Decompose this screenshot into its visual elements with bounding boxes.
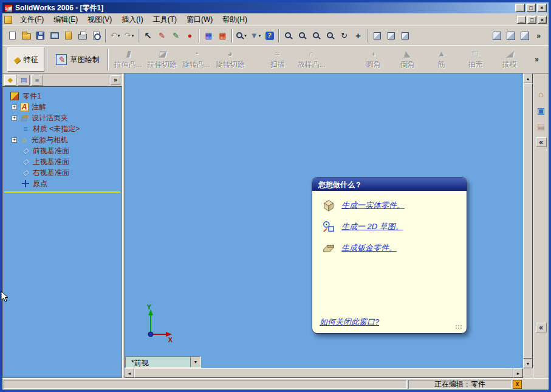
scroll-down-button[interactable]: ▼ — [523, 359, 533, 368]
view-orientation-combo[interactable]: *前视 ▼ — [125, 356, 201, 368]
revolved-cut-button[interactable]: ◕ 旋转切除 — [213, 47, 247, 72]
loft-button[interactable]: ∩ 放样凸... — [295, 47, 329, 72]
view-cube-a-button[interactable] — [490, 29, 504, 43]
edit-sketch-button[interactable]: ✎ — [169, 29, 183, 43]
file-explorer-button[interactable]: ▤ — [535, 121, 547, 133]
dropdown-arrow-icon[interactable]: ▾ — [244, 33, 247, 38]
dialog-resize-grip[interactable] — [455, 325, 462, 329]
make-drawing-button[interactable] — [47, 29, 61, 43]
collapse-pane-button-top[interactable]: « — [536, 137, 547, 147]
horizontal-scrollbar[interactable]: ◄ ► — [125, 368, 523, 378]
tree-root-part[interactable]: 零件1 — [3, 91, 121, 101]
rotate-view-button[interactable]: ↻ — [337, 29, 351, 43]
dropdown-arrow-icon[interactable]: ▾ — [259, 33, 261, 38]
new-document-button[interactable] — [5, 29, 19, 43]
sketch-button[interactable]: ✎ — [155, 29, 169, 43]
expand-icon[interactable]: + — [12, 137, 17, 143]
tree-item-origin[interactable]: 原点 — [3, 178, 121, 189]
selection-filter-button[interactable]: ▼▾ — [248, 29, 262, 43]
make-assembly-button[interactable] — [61, 29, 75, 43]
features-tab-button[interactable]: ◆ 特征 — [7, 47, 44, 72]
tree-item-top-plane[interactable]: ◇ 上视基准面 — [3, 156, 121, 167]
save-button[interactable] — [33, 29, 47, 43]
doc-minimize-button[interactable]: _ — [517, 16, 526, 24]
status-close-button[interactable]: x — [513, 380, 522, 389]
rib-button[interactable]: ▲ 筋 — [425, 47, 459, 72]
configurationmanager-tab[interactable]: ≡ — [31, 75, 43, 86]
dialog-title[interactable]: 您想做什么？ — [312, 177, 467, 191]
view-orientation-button[interactable]: ▾ — [234, 29, 248, 43]
rollback-bar[interactable] — [4, 191, 120, 193]
how-to-close-link[interactable]: 如何关闭此窗口? — [320, 317, 379, 328]
pan-button[interactable]: + — [351, 29, 365, 43]
view-cube-c-button[interactable] — [518, 29, 532, 43]
zoom-to-area-button[interactable] — [295, 29, 309, 43]
scroll-up-button[interactable]: ▲ — [523, 74, 533, 83]
featuremanager-tab[interactable]: ◆ — [4, 75, 16, 86]
shell-button[interactable]: □ 抽壳 — [459, 47, 493, 72]
document-icon[interactable] — [4, 16, 12, 24]
create-2d-sketch-link[interactable]: 生成一 2D 草图。 — [341, 221, 403, 232]
vertical-scroll-thumb[interactable] — [523, 83, 533, 359]
minimize-button[interactable]: _ — [515, 4, 525, 12]
panel-flyout-button[interactable]: » — [111, 75, 120, 85]
shaded-button[interactable] — [384, 29, 398, 43]
draft-button[interactable]: ◢ 拔模 — [493, 47, 527, 72]
zoom-to-selection-button[interactable] — [323, 29, 337, 43]
horizontal-scroll-thumb[interactable] — [134, 368, 513, 378]
sketch-tab-button[interactable]: ✎ 草图绘制 — [50, 47, 105, 72]
view-combo-dropdown-button[interactable]: ▼ — [190, 357, 200, 367]
tree-item-right-plane[interactable]: ◇ 右视基准面 — [3, 167, 121, 178]
doc-restore-button[interactable]: □ — [527, 16, 536, 24]
create-sheet-metal-link[interactable]: 生成钣金零件。 — [341, 242, 397, 253]
record-macro-button[interactable]: ● — [183, 29, 197, 43]
help-button[interactable]: ? — [262, 29, 276, 43]
extruded-boss-button[interactable]: ▮ 拉伸凸... — [111, 47, 145, 72]
tree-item-material[interactable]: ≡ 材质 <未指定> — [3, 123, 121, 134]
bom-table-button[interactable]: ▦ — [216, 29, 230, 43]
revolved-boss-button[interactable]: ◔ 旋转凸... — [179, 47, 213, 72]
menu-insert[interactable]: 插入(I) — [117, 13, 148, 27]
collapse-pane-button-bottom[interactable]: « — [536, 323, 547, 332]
scroll-left-button[interactable]: ◄ — [125, 368, 134, 378]
design-library-button[interactable]: ▣ — [535, 105, 547, 117]
title-bar[interactable]: SW SolidWorks 2006 - [零件1] _ □ × — [2, 2, 549, 13]
design-table-button[interactable]: ▦ — [202, 29, 216, 43]
wireframe-button[interactable] — [370, 29, 384, 43]
menu-file[interactable]: 文件(F) — [15, 13, 49, 27]
dropdown-arrow-icon[interactable]: ▾ — [132, 33, 134, 38]
select-button[interactable]: ↖ — [141, 29, 155, 43]
menu-edit[interactable]: 编辑(E) — [49, 13, 83, 27]
chamfer-button[interactable]: ◣ 倒角 — [391, 47, 425, 72]
tree-item-lights-cameras[interactable]: + ☼ 光源与相机 — [3, 134, 121, 145]
dropdown-arrow-icon[interactable]: ▾ — [118, 33, 120, 38]
close-button[interactable]: × — [537, 4, 547, 12]
section-view-button[interactable] — [398, 29, 412, 43]
create-part-link[interactable]: 生成一实体零件。 — [341, 200, 405, 211]
vertical-scrollbar[interactable]: ▲ ▼ — [523, 74, 533, 368]
zoom-to-fit-button[interactable] — [281, 29, 295, 43]
tree-item-front-plane[interactable]: ◇ 前视基准面 — [3, 145, 121, 156]
menu-view[interactable]: 视图(V) — [83, 13, 117, 27]
undo-button[interactable]: ↶▾ — [108, 29, 122, 43]
solidworks-resources-button[interactable]: ⌂ — [535, 88, 547, 100]
zoom-in-out-button[interactable] — [309, 29, 323, 43]
scroll-right-button[interactable]: ► — [513, 368, 523, 378]
fillet-button[interactable]: ◖ 圆角 — [357, 47, 391, 72]
expand-icon[interactable]: + — [12, 105, 17, 110]
menu-tools[interactable]: 工具(T) — [148, 13, 182, 27]
doc-close-button[interactable]: × — [538, 16, 547, 24]
redo-button[interactable]: ↷▾ — [122, 29, 136, 43]
toolbar-overflow-button[interactable]: » — [532, 29, 546, 43]
expand-icon[interactable]: + — [12, 115, 17, 121]
print-preview-button[interactable] — [89, 29, 103, 43]
sweep-button[interactable]: ≈ 扫描 — [261, 47, 295, 72]
menu-window[interactable]: 窗口(W) — [182, 13, 217, 27]
extruded-cut-button[interactable]: ◪ 拉伸切除 — [145, 47, 179, 72]
featurebar-overflow-button[interactable]: » — [530, 52, 544, 67]
tree-item-annotations[interactable]: + A 注解 — [3, 101, 121, 112]
tree-item-design-binder[interactable]: + ▤ 设计活页夹 — [3, 112, 121, 123]
open-button[interactable] — [19, 29, 33, 43]
menu-help[interactable]: 帮助(H) — [217, 13, 252, 27]
print-button[interactable] — [75, 29, 89, 43]
